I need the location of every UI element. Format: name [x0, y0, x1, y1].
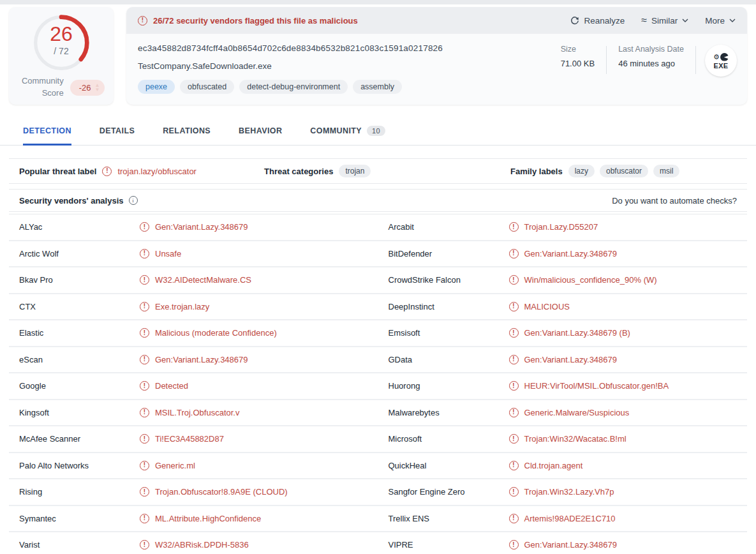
popular-threat-value[interactable]: trojan.lazy/obfuscator [117, 167, 196, 176]
table-row: ALYacGen:Variant.Lazy.348679ArcabitTroja… [9, 214, 747, 241]
tab-relations[interactable]: RELATIONS [163, 117, 211, 146]
detection-cell: RisingTrojan.Obfuscator!8.9A9E (CLOUD) [9, 479, 378, 505]
vendors-analysis-header: Security vendors' analysis Do you want t… [9, 189, 747, 212]
file-sha256[interactable]: ec3a45882d8734fcff4a0b8654d702c6de8834b6… [138, 43, 549, 53]
detection-result[interactable]: MALICIOUS [509, 302, 570, 311]
threat-categories: trojan [339, 165, 371, 177]
detection-result[interactable]: Unsafe [140, 249, 181, 258]
vendor-name: Sangfor Engine Zero [378, 487, 509, 497]
alert-warning-icon [138, 16, 147, 26]
community-score-widget[interactable]: -26 ▲ ▼ [70, 80, 105, 96]
detection-result[interactable]: Gen:Variant.Lazy.348679 (B) [509, 328, 630, 338]
detection-result[interactable]: W32/ABRisk.DPDH-5836 [140, 540, 249, 550]
vote-down-icon[interactable]: ▼ [94, 87, 100, 92]
table-row: VaristW32/ABRisk.DPDH-5836VIPREGen:Varia… [9, 532, 747, 554]
detection-result[interactable]: Detected [140, 381, 188, 391]
detection-result[interactable]: Win/malicious_confidence_90% (W) [509, 275, 657, 285]
vendor-name: Varist [9, 540, 140, 550]
detection-cell: McAfee ScannerTi!EC3A45882D87 [9, 426, 378, 452]
detection-warning-icon [509, 487, 519, 497]
detection-result-text: Gen:Variant.Lazy.348679 [155, 222, 248, 232]
automate-checks-link[interactable]: Do you want to automate checks? [612, 196, 737, 206]
detection-result[interactable]: Gen:Variant.Lazy.348679 [509, 355, 618, 364]
vendor-name: Trellix ENS [378, 514, 509, 523]
detection-result[interactable]: Gen:Variant.Lazy.348679 [140, 222, 248, 232]
gears-icon: ⚙ [713, 52, 729, 62]
file-report-header: 26 / 72 Community Score -26 ▲ ▼ 26/72 se… [0, 4, 756, 105]
file-tags: peexeobfuscateddetect-debug-environmenta… [138, 80, 549, 94]
similar-button[interactable]: ≈ Similar [641, 15, 688, 26]
file-name[interactable]: TestCompany.SafeDownloader.exe [138, 61, 549, 71]
community-vote-arrows[interactable]: ▲ ▼ [94, 83, 100, 92]
detection-warning-icon [140, 222, 149, 232]
tab-behavior[interactable]: BEHAVIOR [239, 117, 282, 146]
vendor-name: GData [378, 355, 509, 364]
reanalyze-icon [570, 16, 579, 25]
score-total: / 72 [54, 46, 68, 56]
detection-result[interactable]: HEUR:VirTool/MSIL.Obfuscator.gen!BA [509, 381, 669, 391]
vendor-name: BitDefender [378, 249, 509, 258]
info-icon[interactable] [129, 196, 138, 205]
detection-result[interactable]: MSIL.Troj.Obfuscator.v [140, 408, 239, 417]
detection-result[interactable]: Artemis!98ADE2E1C710 [509, 514, 616, 523]
detection-warning-icon [140, 434, 149, 444]
detection-warning-icon [509, 222, 519, 232]
file-tag-detect-debug-environment[interactable]: detect-debug-environment [239, 80, 348, 94]
detection-result-text: Gen:Variant.Lazy.348679 [155, 355, 248, 364]
detection-result[interactable]: Trojan.Win32.Lazy.Vh7p [509, 487, 614, 497]
alert-text: 26/72 security vendors flagged this file… [153, 16, 358, 26]
family-label-pill: obfuscator [600, 165, 648, 177]
file-tag-assembly[interactable]: assembly [353, 80, 402, 94]
detection-result[interactable]: Gen:Variant.Lazy.348679 [140, 355, 248, 364]
detection-result[interactable]: Malicious (moderate Confidence) [140, 328, 277, 338]
tab-detection[interactable]: DETECTION [23, 117, 71, 146]
detection-result[interactable]: Exe.trojan.lazy [140, 302, 209, 311]
detection-result-text: Detected [155, 381, 188, 391]
detection-result-text: Trojan.Win32.Lazy.Vh7p [524, 487, 614, 497]
detection-result-text: Win/malicious_confidence_90% (W) [524, 275, 657, 285]
vendor-name: eScan [9, 355, 140, 364]
detection-warning-icon [140, 328, 149, 338]
detection-result-text: Gen:Variant.Lazy.348679 (B) [524, 328, 630, 338]
file-summary-card: 26/72 security vendors flagged this file… [126, 7, 747, 105]
detection-result[interactable]: W32.AIDetectMalware.CS [140, 275, 251, 285]
detection-result[interactable]: Gen:Variant.Lazy.348679 [509, 540, 618, 550]
detection-result[interactable]: Cld.trojan.agent [509, 461, 583, 470]
detection-result-text: Gen:Variant.Lazy.348679 [524, 540, 618, 550]
file-tag-obfuscated[interactable]: obfuscated [180, 80, 234, 94]
reanalyze-button[interactable]: Reanalyze [570, 16, 625, 26]
detection-result[interactable]: Trojan.Lazy.D55207 [509, 222, 598, 232]
detection-result[interactable]: Generic.ml [140, 461, 195, 470]
size-label: Size [561, 45, 595, 54]
detection-result[interactable]: Trojan:Win32/Wacatac.B!ml [509, 434, 626, 444]
size-value: 71.00 KB [561, 59, 595, 68]
vendor-name: Symantec [9, 514, 140, 523]
detection-cell: CTXExe.trojan.lazy [9, 294, 378, 320]
tab-community[interactable]: COMMUNITY10 [310, 117, 385, 146]
detection-warning-icon [509, 275, 519, 285]
detection-result[interactable]: ML.Attribute.HighConfidence [140, 514, 261, 523]
vendor-name: Emsisoft [378, 328, 509, 338]
detection-result[interactable]: Trojan.Obfuscator!8.9A9E (CLOUD) [140, 487, 288, 497]
detection-result-text: Artemis!98ADE2E1C710 [524, 514, 616, 523]
vendor-name: McAfee Scanner [9, 434, 140, 444]
vendor-name: VIPRE [378, 540, 509, 550]
detection-cell: BitDefenderGen:Variant.Lazy.348679 [378, 241, 748, 267]
last-analysis-label: Last Analysis Date [618, 45, 684, 54]
table-row: Arctic WolfUnsafeBitDefenderGen:Variant.… [9, 241, 747, 268]
malicious-alert: 26/72 security vendors flagged this file… [138, 16, 358, 26]
detections-table: ALYacGen:Variant.Lazy.348679ArcabitTroja… [9, 214, 747, 554]
detection-warning-icon [140, 302, 149, 311]
vendor-name: Malwarebytes [378, 408, 509, 417]
detection-warning-icon [509, 408, 519, 417]
file-tag-peexe[interactable]: peexe [138, 80, 175, 94]
detection-result[interactable]: Ti!EC3A45882D87 [140, 434, 224, 444]
file-size-block: Size 71.00 KB [549, 45, 607, 68]
tab-details[interactable]: DETAILS [100, 117, 135, 146]
more-button[interactable]: More [705, 16, 736, 26]
vendors-analysis-title: Security vendors' analysis [19, 196, 124, 206]
family-labels: lazyobfuscatormsil [568, 165, 680, 177]
vendor-name: Microsoft [378, 434, 509, 444]
detection-result[interactable]: Generic.Malware/Suspicious [509, 408, 630, 417]
detection-result[interactable]: Gen:Variant.Lazy.348679 [509, 249, 618, 258]
